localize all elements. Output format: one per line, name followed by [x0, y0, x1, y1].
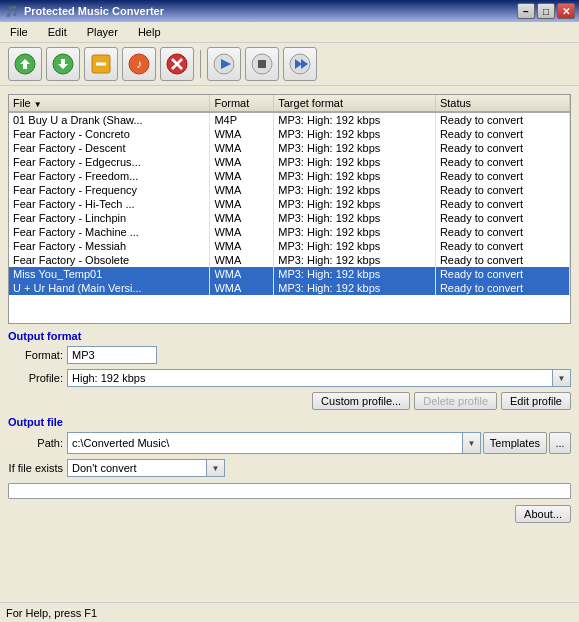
- cell-target: MP3: High: 192 kbps: [274, 267, 436, 281]
- cell-format: WMA: [210, 127, 274, 141]
- cell-status: Ready to convert: [435, 239, 569, 253]
- cell-target: MP3: High: 192 kbps: [274, 197, 436, 211]
- skip-button[interactable]: [283, 47, 317, 81]
- close-button[interactable]: ✕: [557, 3, 575, 19]
- cell-target: MP3: High: 192 kbps: [274, 281, 436, 295]
- cell-format: WMA: [210, 169, 274, 183]
- if-exists-dropdown-arrow[interactable]: ▼: [207, 459, 225, 477]
- toolbar-separator: [200, 50, 201, 78]
- cell-file: Fear Factory - Messiah: [9, 239, 210, 253]
- table-row[interactable]: Fear Factory - MessiahWMAMP3: High: 192 …: [9, 239, 570, 253]
- format-label: Format:: [8, 349, 63, 361]
- profile-dropdown-arrow[interactable]: ▼: [553, 369, 571, 387]
- cell-status: Ready to convert: [435, 155, 569, 169]
- cell-file: Fear Factory - Hi-Tech ...: [9, 197, 210, 211]
- path-dropdown-arrow[interactable]: ▼: [463, 432, 481, 454]
- add-files-button[interactable]: [8, 47, 42, 81]
- table-row[interactable]: Miss You_Temp01WMAMP3: High: 192 kbpsRea…: [9, 267, 570, 281]
- output-file-label: Output file: [8, 416, 571, 428]
- menu-edit[interactable]: Edit: [42, 24, 73, 40]
- table-row[interactable]: U + Ur Hand (Main Versi...WMAMP3: High: …: [9, 281, 570, 295]
- col-target[interactable]: Target format: [274, 95, 436, 112]
- stop-button[interactable]: [245, 47, 279, 81]
- cell-format: WMA: [210, 239, 274, 253]
- cell-target: MP3: High: 192 kbps: [274, 141, 436, 155]
- col-file[interactable]: File ▼: [9, 95, 210, 112]
- profile-buttons-row: Custom profile... Delete profile Edit pr…: [8, 392, 571, 410]
- table-row[interactable]: Fear Factory - Hi-Tech ...WMAMP3: High: …: [9, 197, 570, 211]
- cell-file: Fear Factory - Descent: [9, 141, 210, 155]
- cell-format: WMA: [210, 225, 274, 239]
- cell-target: MP3: High: 192 kbps: [274, 112, 436, 127]
- menu-help[interactable]: Help: [132, 24, 167, 40]
- table-row[interactable]: Fear Factory - DescentWMAMP3: High: 192 …: [9, 141, 570, 155]
- title-buttons: − □ ✕: [517, 3, 575, 19]
- table-row[interactable]: Fear Factory - Machine ...WMAMP3: High: …: [9, 225, 570, 239]
- custom-profile-button[interactable]: Custom profile...: [312, 392, 410, 410]
- restore-button[interactable]: □: [537, 3, 555, 19]
- table-row[interactable]: Fear Factory - ConcretoWMAMP3: High: 192…: [9, 127, 570, 141]
- menu-file[interactable]: File: [4, 24, 34, 40]
- cell-status: Ready to convert: [435, 267, 569, 281]
- browse-button[interactable]: ...: [549, 432, 571, 454]
- cell-target: MP3: High: 192 kbps: [274, 253, 436, 267]
- table-row[interactable]: Fear Factory - Freedom...WMAMP3: High: 1…: [9, 169, 570, 183]
- table-row[interactable]: 01 Buy U a Drank (Shaw...M4PMP3: High: 1…: [9, 112, 570, 127]
- table-row[interactable]: Fear Factory - LinchpinWMAMP3: High: 192…: [9, 211, 570, 225]
- table-row[interactable]: Fear Factory - FrequencyWMAMP3: High: 19…: [9, 183, 570, 197]
- cancel-button[interactable]: [160, 47, 194, 81]
- profile-row: Profile: ▼: [8, 369, 571, 387]
- cell-format: WMA: [210, 183, 274, 197]
- cell-target: MP3: High: 192 kbps: [274, 183, 436, 197]
- if-exists-input[interactable]: [67, 459, 207, 477]
- file-list-container[interactable]: File ▼ Format Target format Status 01 Bu…: [8, 94, 571, 324]
- minimize-button[interactable]: −: [517, 3, 535, 19]
- table-row[interactable]: Fear Factory - ObsoleteWMAMP3: High: 192…: [9, 253, 570, 267]
- about-button[interactable]: About...: [515, 505, 571, 523]
- edit-profile-button[interactable]: Edit profile: [501, 392, 571, 410]
- cell-target: MP3: High: 192 kbps: [274, 239, 436, 253]
- cell-status: Ready to convert: [435, 127, 569, 141]
- file-table: File ▼ Format Target format Status 01 Bu…: [9, 95, 570, 295]
- cell-file: Fear Factory - Linchpin: [9, 211, 210, 225]
- player-button[interactable]: ♪: [122, 47, 156, 81]
- path-label: Path:: [8, 437, 63, 449]
- path-input[interactable]: [67, 432, 463, 454]
- if-exists-label: If file exists: [8, 462, 63, 474]
- menu-bar: File Edit Player Help: [0, 22, 579, 43]
- output-format-label: Output format: [8, 330, 571, 342]
- col-format[interactable]: Format: [210, 95, 274, 112]
- cell-status: Ready to convert: [435, 225, 569, 239]
- cell-status: Ready to convert: [435, 211, 569, 225]
- format-combo-container: MP3 WMA AAC OGG: [67, 346, 157, 364]
- cell-format: WMA: [210, 281, 274, 295]
- remove-button[interactable]: [84, 47, 118, 81]
- cell-target: MP3: High: 192 kbps: [274, 127, 436, 141]
- profile-input[interactable]: [67, 369, 553, 387]
- app-icon: 🎵: [4, 3, 20, 19]
- cell-file: Fear Factory - Frequency: [9, 183, 210, 197]
- cell-status: Ready to convert: [435, 253, 569, 267]
- templates-button[interactable]: Templates: [483, 432, 547, 454]
- cell-format: WMA: [210, 267, 274, 281]
- file-list-body: 01 Buy U a Drank (Shaw...M4PMP3: High: 1…: [9, 112, 570, 295]
- cell-format: WMA: [210, 253, 274, 267]
- cell-file: U + Ur Hand (Main Versi...: [9, 281, 210, 295]
- about-row: About...: [8, 505, 571, 523]
- col-status[interactable]: Status: [435, 95, 569, 112]
- format-select[interactable]: MP3 WMA AAC OGG: [67, 346, 157, 364]
- svg-text:♪: ♪: [136, 57, 142, 71]
- cell-format: WMA: [210, 155, 274, 169]
- cell-target: MP3: High: 192 kbps: [274, 225, 436, 239]
- cell-format: M4P: [210, 112, 274, 127]
- add-folder-button[interactable]: [46, 47, 80, 81]
- cell-status: Ready to convert: [435, 183, 569, 197]
- cell-file: Miss You_Temp01: [9, 267, 210, 281]
- cell-status: Ready to convert: [435, 281, 569, 295]
- table-row[interactable]: Fear Factory - Edgecrus...WMAMP3: High: …: [9, 155, 570, 169]
- menu-player[interactable]: Player: [81, 24, 124, 40]
- play-button[interactable]: [207, 47, 241, 81]
- cell-status: Ready to convert: [435, 112, 569, 127]
- delete-profile-button[interactable]: Delete profile: [414, 392, 497, 410]
- cell-file: Fear Factory - Concreto: [9, 127, 210, 141]
